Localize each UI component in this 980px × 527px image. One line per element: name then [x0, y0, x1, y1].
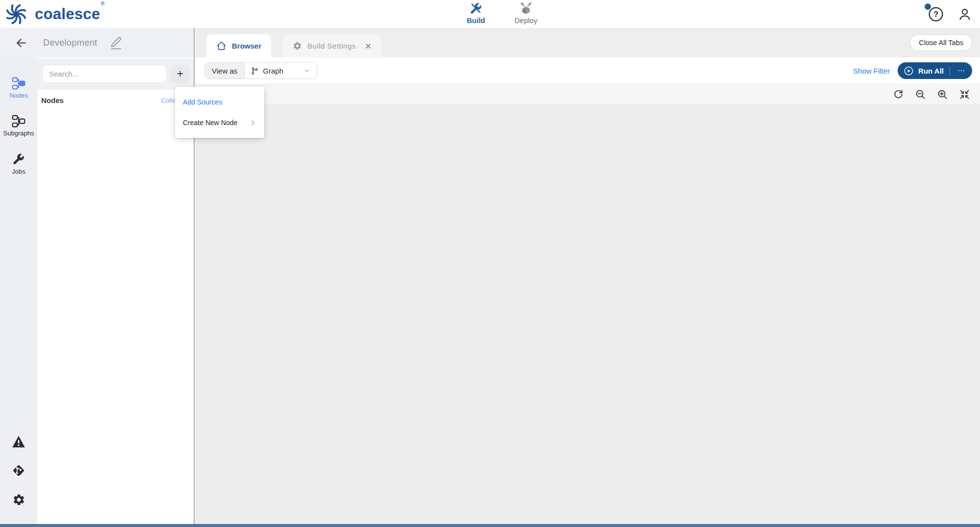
run-button-divider — [950, 66, 950, 75]
rail-item-nodes[interactable]: Nodes — [9, 77, 28, 99]
coalesce-swirl-icon — [5, 3, 27, 26]
brand-wordmark: coalesce — [35, 5, 100, 23]
zoom-out-icon[interactable] — [914, 88, 926, 100]
warning-triangle-icon — [12, 435, 25, 448]
nodes-section-title: Nodes — [41, 96, 64, 105]
nodes-icon — [12, 77, 25, 90]
subgraphs-icon — [12, 115, 25, 128]
nav-deploy[interactable]: Deploy — [515, 2, 538, 25]
refresh-icon[interactable] — [892, 88, 904, 100]
profile-button[interactable] — [957, 7, 972, 22]
rail-bottom-group — [12, 435, 25, 506]
brand-logo: coalesce® — [0, 3, 104, 26]
tab-build-settings[interactable]: Build Settings — [283, 34, 382, 57]
status-bar — [0, 524, 980, 527]
menu-item-create-new-node[interactable]: Create New Node — [175, 112, 264, 133]
gear-outline-icon — [293, 41, 302, 51]
workspace-title: Development — [43, 38, 97, 48]
header-right: ? — [928, 0, 972, 28]
rail-item-subgraphs[interactable]: Subgraphs — [3, 115, 34, 137]
rail-nodes-label: Nodes — [9, 92, 28, 99]
help-button[interactable]: ? — [928, 6, 944, 22]
main-area: Development — [0, 28, 980, 524]
icon-rail: Nodes Subgraphs — [0, 57, 37, 524]
build-tools-icon — [469, 2, 482, 15]
run-all-button[interactable]: Run All ⋯ — [898, 62, 972, 79]
view-as-label: View as — [205, 63, 245, 79]
search-input[interactable] — [42, 65, 167, 83]
registered-mark: ® — [101, 0, 104, 6]
nodes-list-empty — [37, 111, 194, 524]
git-icon — [12, 464, 25, 477]
header-nav: Build Deploy — [467, 2, 537, 25]
rail-subgraphs-label: Subgraphs — [3, 130, 34, 137]
add-sources-label: Add Sources — [183, 98, 222, 106]
close-all-tabs-button[interactable]: Close All Tabs — [910, 34, 972, 51]
nodes-section-header: Nodes Collapse — [37, 90, 194, 111]
view-as-control: View as Graph — [204, 62, 317, 79]
deploy-package-icon — [519, 2, 533, 15]
notification-dot — [925, 3, 931, 10]
tab-build-settings-label: Build Settings — [307, 42, 356, 50]
create-new-node-label: Create New Node — [183, 119, 237, 127]
edit-pencil-icon[interactable] — [110, 36, 122, 50]
svg-text:?: ? — [933, 9, 938, 19]
nav-deploy-label: Deploy — [515, 16, 538, 25]
top-header: coalesce® Build — [0, 0, 980, 28]
play-circle-icon — [904, 66, 914, 76]
canvas-section: Browser Build Settings Close All Tabs — [195, 28, 980, 524]
home-icon — [216, 41, 226, 51]
run-more-button[interactable]: ⋯ — [955, 66, 968, 75]
submenu-chevron-icon — [249, 119, 256, 127]
close-tab-icon[interactable] — [364, 42, 372, 50]
view-mode-value: Graph — [263, 67, 299, 75]
git-button[interactable] — [12, 464, 25, 477]
zoom-in-icon[interactable] — [936, 88, 948, 100]
nav-build-label: Build — [467, 16, 485, 25]
gear-icon — [12, 493, 25, 506]
menu-item-add-sources[interactable]: Add Sources — [175, 92, 264, 112]
rail-item-jobs[interactable]: Jobs — [12, 153, 25, 175]
workspace-header: Development — [0, 28, 194, 57]
jobs-wrench-icon — [12, 153, 25, 166]
back-arrow-button[interactable] — [15, 36, 27, 49]
rail-jobs-label: Jobs — [12, 168, 25, 175]
search-row: + — [37, 57, 194, 90]
tab-strip: Browser Build Settings Close All Tabs — [195, 28, 980, 57]
settings-button[interactable] — [12, 493, 25, 506]
show-filter-link[interactable]: Show Filter — [853, 67, 890, 75]
nav-build[interactable]: Build — [467, 2, 485, 25]
add-context-menu: Add Sources Create New Node — [175, 87, 264, 138]
add-node-button[interactable]: + — [171, 65, 189, 83]
canvas-controls — [195, 84, 980, 104]
graph-branch-icon — [251, 67, 259, 75]
tab-browser[interactable]: Browser — [206, 34, 271, 57]
problems-button[interactable] — [12, 435, 25, 448]
view-mode-dropdown[interactable]: Graph — [245, 63, 317, 79]
run-all-label: Run All — [918, 67, 944, 75]
chevron-down-icon — [303, 67, 311, 75]
fit-to-screen-icon[interactable] — [958, 88, 970, 100]
rail-top-group: Nodes Subgraphs — [3, 77, 34, 175]
canvas-toolbar: View as Graph — [195, 57, 980, 84]
left-sidebar: Development — [0, 28, 195, 524]
sidebar-body: Nodes Subgraphs — [0, 57, 194, 524]
node-list-panel: + Nodes Collapse — [37, 57, 194, 524]
graph-canvas[interactable] — [195, 104, 980, 524]
tab-browser-label: Browser — [232, 42, 261, 50]
